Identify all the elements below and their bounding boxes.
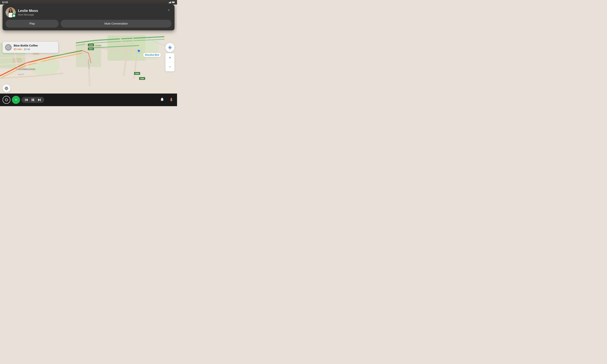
whatsapp-badge (12, 14, 16, 17)
svg-rect-34 (11, 10, 12, 11)
svg-rect-23 (170, 2, 171, 3)
svg-text:400A: 400A (89, 48, 93, 50)
svg-rect-26 (174, 2, 175, 2)
svg-rect-24 (171, 1, 171, 3)
svg-rect-51 (40, 99, 41, 101)
current-location-dot (137, 49, 140, 52)
destination-distance: 12 mi (24, 48, 30, 51)
svg-rect-49 (33, 99, 34, 101)
greenmeadow-label: GREENMEADOW (16, 68, 36, 71)
zoom-out-button[interactable]: − (165, 62, 174, 71)
destination-time: 23 min (14, 48, 22, 51)
svg-rect-48 (32, 99, 32, 101)
home-button[interactable] (2, 96, 10, 104)
spotify-icon (13, 97, 18, 102)
locate-button[interactable] (165, 43, 174, 52)
previous-button[interactable] (25, 98, 28, 102)
settings-button[interactable] (2, 84, 10, 92)
destination-text: Blue Bottle Coffee 23 min · 12 mi (14, 44, 56, 51)
bell-icon (160, 97, 164, 102)
svg-marker-50 (38, 99, 40, 101)
zoom-buttons: + − (165, 53, 174, 71)
avatar-container (6, 7, 16, 17)
media-controls (22, 97, 44, 103)
svg-text:Charlest: Charlest (95, 45, 101, 47)
notification-subtitle: New Message (18, 13, 166, 16)
gear-icon (4, 86, 9, 90)
destination-icon (5, 44, 12, 51)
svg-text:399B: 399B (135, 73, 139, 74)
notification-bell-button[interactable] (160, 97, 164, 103)
svg-rect-22 (169, 2, 170, 3)
history-icon (6, 45, 10, 49)
play-button[interactable]: Play (6, 20, 59, 27)
notification-card: Leslie Moss New Message × Play Mute Conv… (2, 5, 174, 30)
status-bar: 12:23 (0, 0, 177, 5)
microphone-button[interactable] (168, 97, 174, 103)
destination-name: Blue Bottle Coffee (14, 44, 56, 47)
destination-separator: · (22, 48, 24, 51)
destination-meta: 23 min · 12 mi (14, 48, 56, 51)
signal-icon (169, 1, 171, 3)
next-icon (38, 98, 41, 102)
notification-actions: Play Mute Conversation (6, 20, 172, 27)
mute-conversation-button[interactable]: Mute Conversation (61, 20, 172, 27)
bottom-right-controls (160, 97, 174, 103)
status-icons (169, 1, 175, 3)
svg-rect-21 (169, 2, 169, 3)
home-icon (5, 98, 8, 101)
shoreline-blvd-label: Shoreline Blvd (143, 53, 161, 57)
notification-header: Leslie Moss New Message × (6, 7, 172, 17)
pause-button[interactable] (31, 98, 35, 102)
whatsapp-icon (13, 14, 15, 17)
bottom-bar (0, 93, 177, 106)
next-button[interactable] (38, 98, 41, 102)
notification-text: Leslie Moss New Message (18, 9, 166, 16)
svg-rect-33 (9, 10, 11, 11)
locate-icon (168, 45, 172, 50)
contact-name: Leslie Moss (18, 9, 166, 13)
svg-marker-46 (26, 99, 27, 101)
battery-icon (172, 1, 175, 3)
media-player (2, 96, 160, 104)
svg-rect-47 (25, 99, 26, 101)
close-button[interactable]: × (166, 7, 172, 13)
microphone-icon (169, 97, 174, 102)
svg-rect-27 (172, 2, 174, 3)
status-time: 12:23 (2, 1, 8, 4)
zoom-in-button[interactable]: + (165, 53, 174, 62)
previous-icon (25, 98, 28, 102)
map-controls: + − (165, 43, 174, 71)
pause-icon (31, 98, 35, 102)
svg-point-45 (6, 88, 7, 89)
svg-text:398B: 398B (140, 78, 144, 79)
svg-text:400B: 400B (89, 44, 93, 46)
destination-card[interactable]: Blue Bottle Coffee 23 min · 12 mi (2, 42, 58, 53)
spotify-button[interactable] (12, 96, 20, 104)
svg-point-38 (169, 47, 171, 48)
